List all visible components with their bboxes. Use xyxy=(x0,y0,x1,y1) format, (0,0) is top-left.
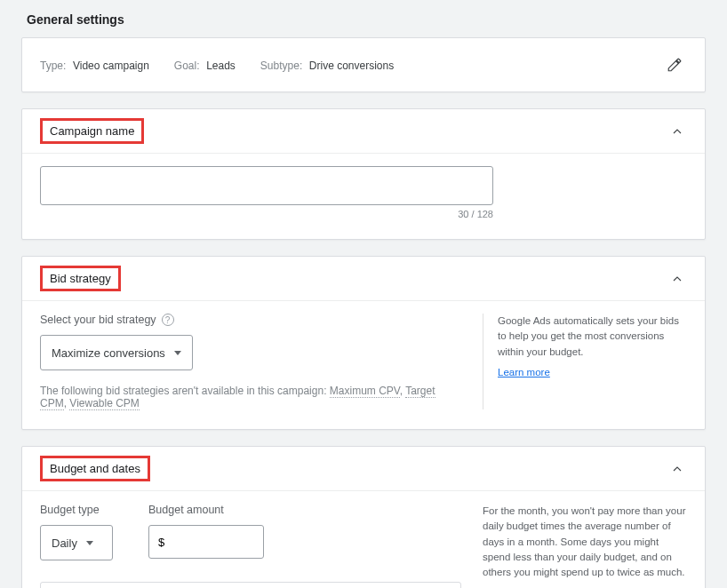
bid-strategy-heading: Bid strategy xyxy=(40,266,121,291)
collapse-budget-dates-button[interactable] xyxy=(667,459,687,479)
summary-subtype-label: Subtype: xyxy=(260,60,302,72)
summary-type-value: Video campaign xyxy=(73,60,149,72)
unavailable-maximum-cpv[interactable]: Maximum CPV xyxy=(330,385,400,398)
collapse-campaign-name-button[interactable] xyxy=(667,122,687,141)
bid-strategy-unavailable-note: The following bid strategies aren't avai… xyxy=(40,385,461,409)
budget-dates-section: Budget and dates Budget type Daily xyxy=(21,446,706,588)
chevron-up-icon xyxy=(670,124,684,139)
bid-strategy-help-icon[interactable]: ? xyxy=(162,314,174,326)
budget-type-select[interactable]: Daily xyxy=(40,525,113,560)
dates-box: Start date: End date: None Edit xyxy=(40,582,461,588)
budget-type-label: Budget type xyxy=(40,504,100,516)
bid-strategy-section: Bid strategy Select your bid strategy ? … xyxy=(21,256,706,430)
edit-summary-button[interactable] xyxy=(662,52,687,77)
summary-goal-label: Goal: xyxy=(174,60,200,72)
summary-subtype: Subtype: Drive conversions xyxy=(260,59,394,72)
summary-type: Type: Video campaign xyxy=(40,59,149,72)
budget-dates-heading: Budget and dates xyxy=(40,456,150,481)
chevron-down-icon xyxy=(86,541,93,545)
bid-strategy-select[interactable]: Maximize conversions xyxy=(40,335,193,370)
pencil-icon xyxy=(667,57,683,73)
page-title: General settings xyxy=(9,5,718,37)
bid-strategy-select-label: Select your bid strategy xyxy=(40,314,156,326)
budget-amount-label: Budget amount xyxy=(148,504,224,516)
bid-strategy-help-text: Google Ads automatically sets your bids … xyxy=(498,314,687,360)
summary-subtype-value: Drive conversions xyxy=(309,60,394,72)
chevron-up-icon xyxy=(670,462,684,476)
collapse-bid-strategy-button[interactable] xyxy=(667,269,687,289)
summary-goal-value: Leads xyxy=(206,60,236,72)
budget-amount-input[interactable] xyxy=(148,525,264,559)
chevron-down-icon xyxy=(174,351,181,355)
campaign-name-input[interactable] xyxy=(40,166,493,205)
campaign-summary-card: Type: Video campaign Goal: Leads Subtype… xyxy=(21,37,706,92)
budget-type-value: Daily xyxy=(52,536,77,550)
campaign-name-heading: Campaign name xyxy=(40,118,144,144)
campaign-name-char-count: 30 / 128 xyxy=(40,209,493,219)
unavailable-viewable-cpm[interactable]: Viewable CPM xyxy=(69,397,139,410)
campaign-name-section: Campaign name 30 / 128 xyxy=(21,108,706,240)
chevron-up-icon xyxy=(670,272,684,286)
budget-help-text: For the month, you won't pay more than y… xyxy=(483,504,687,580)
summary-type-label: Type: xyxy=(40,60,66,72)
bid-strategy-selected-value: Maximize conversions xyxy=(52,346,165,360)
bid-strategy-learn-more-link[interactable]: Learn more xyxy=(498,365,550,380)
summary-goal: Goal: Leads xyxy=(174,59,236,72)
